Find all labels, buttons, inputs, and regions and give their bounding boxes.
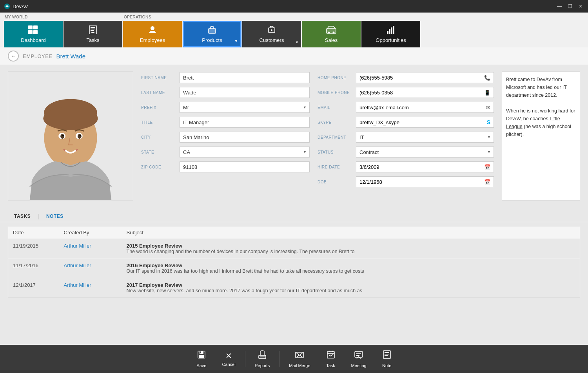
nav-tab-sales[interactable]: Sales xyxy=(302,21,361,47)
svg-rect-3 xyxy=(28,30,33,34)
col-created-by: Created By xyxy=(59,226,122,239)
prefix-row: PREFIX MrMsMrsDr ▼ xyxy=(141,101,310,114)
svg-rect-46 xyxy=(356,355,359,356)
email-icon: ✉ xyxy=(483,105,494,110)
dob-calendar-icon[interactable]: 📅 xyxy=(481,179,494,185)
note-action[interactable]: Note xyxy=(374,347,399,371)
tasks-label: Tasks xyxy=(86,37,99,43)
state-label: STATE xyxy=(141,150,176,154)
city-label: CITY xyxy=(141,135,176,139)
sales-label: Sales xyxy=(325,37,338,43)
svg-rect-9 xyxy=(91,32,94,33)
employees-icon xyxy=(148,25,157,36)
mail-merge-icon xyxy=(295,350,304,362)
reports-label: Reports xyxy=(255,363,270,368)
row3-author[interactable]: Arthur Miller xyxy=(59,278,122,298)
table-header-row: Date Created By Subject xyxy=(8,226,580,239)
svg-rect-2 xyxy=(33,25,38,29)
hire-date-label: HIRE DATE xyxy=(318,165,353,169)
reports-action[interactable]: Reports xyxy=(247,347,278,371)
employee-photo-svg xyxy=(8,71,133,201)
task-action[interactable]: Task xyxy=(318,347,343,371)
svg-rect-48 xyxy=(385,352,389,353)
svg-rect-19 xyxy=(391,27,392,34)
prefix-select[interactable]: MrMsMrsDr xyxy=(180,102,310,113)
row3-subject-preview: New website, new servers, and so much mo… xyxy=(127,288,575,293)
nav-tab-employees[interactable]: Employees xyxy=(123,21,182,47)
title-bar-left: DevAV xyxy=(4,3,28,9)
nav-tab-products[interactable]: Products ▼ xyxy=(183,21,241,47)
row1-author[interactable]: Arthur Miller xyxy=(59,239,122,259)
email-input[interactable] xyxy=(356,102,483,112)
status-select[interactable]: ContractFull-timePart-time xyxy=(356,147,494,158)
dob-input[interactable] xyxy=(356,177,481,187)
zip-input[interactable] xyxy=(180,161,310,172)
email-label: EMAIL xyxy=(318,105,353,110)
svg-point-33 xyxy=(80,135,81,136)
title-input[interactable] xyxy=(180,117,310,128)
svg-rect-18 xyxy=(389,29,390,34)
nav-bar: MY WORLD Dashboard Tasks OPERATIONS xyxy=(0,13,588,47)
row1-subject-preview: The world is changing and the number of … xyxy=(127,249,575,254)
nav-tab-opportunities[interactable]: Opportunities xyxy=(361,21,420,47)
row3-subject: 2017 Employee Review New website, new se… xyxy=(122,278,580,298)
footer-sep-1 xyxy=(245,351,245,367)
city-row: CITY xyxy=(141,131,310,143)
skype-input[interactable] xyxy=(356,117,484,127)
tab-notes[interactable]: NOTES xyxy=(40,211,70,222)
table-row: 11/17/2016 Arthur Miller 2016 Employee R… xyxy=(8,259,580,278)
svg-rect-11 xyxy=(209,29,216,33)
last-name-input[interactable] xyxy=(180,87,310,98)
my-world-label: MY WORLD xyxy=(4,15,122,19)
mobile-phone-input[interactable] xyxy=(356,87,481,98)
save-label: Save xyxy=(196,363,206,368)
city-input[interactable] xyxy=(180,132,310,143)
tasks-icon xyxy=(89,25,97,36)
notes-table: Date Created By Subject 11/19/2015 Arthu… xyxy=(8,226,580,298)
svg-rect-35 xyxy=(200,351,203,354)
row2-author[interactable]: Arthur Miller xyxy=(59,259,122,278)
back-button[interactable]: ← xyxy=(8,51,19,62)
state-select[interactable]: CANYTX xyxy=(180,147,310,158)
table-container: Date Created By Subject 11/19/2015 Arthu… xyxy=(0,222,588,329)
status-label: STATUS xyxy=(318,150,353,154)
hire-date-calendar-icon[interactable]: 📅 xyxy=(481,164,494,170)
skype-row: SKYPE S xyxy=(318,116,494,129)
operations-tabs: Employees Products ▼ Customers ▼ xyxy=(123,21,420,47)
status-select-wrap: ContractFull-timePart-time ▼ xyxy=(356,147,494,158)
skype-field: S xyxy=(356,117,494,128)
svg-point-30 xyxy=(60,134,64,139)
nav-tab-tasks[interactable]: Tasks xyxy=(64,21,122,47)
row3-date: 12/1/2017 xyxy=(8,278,59,298)
save-action[interactable]: Save xyxy=(189,347,214,371)
mail-merge-action[interactable]: Mail Merge xyxy=(281,347,318,371)
close-button[interactable]: ✕ xyxy=(577,4,584,9)
app-logo-icon xyxy=(4,3,10,9)
nav-tab-dashboard[interactable]: Dashboard xyxy=(4,21,63,47)
nav-tab-customers[interactable]: Customers ▼ xyxy=(242,21,301,47)
dashboard-icon xyxy=(28,25,38,36)
hire-date-input[interactable] xyxy=(356,162,481,172)
home-phone-input[interactable] xyxy=(356,72,481,83)
state-select-wrap: CANYTX ▼ xyxy=(180,147,310,158)
department-select[interactable]: ITHRFinanceMarketing xyxy=(356,132,494,143)
title-row: TITLE xyxy=(141,116,310,129)
first-name-input[interactable] xyxy=(180,72,310,83)
minimize-button[interactable]: — xyxy=(555,4,563,9)
meeting-action[interactable]: Meeting xyxy=(343,347,374,371)
svg-point-10 xyxy=(151,26,154,30)
mobile-phone-row: MOBILE PHONE 📱 xyxy=(318,86,494,99)
operations-label: OPERATIONS xyxy=(123,15,420,19)
svg-rect-1 xyxy=(28,25,33,29)
zip-label: ZIP CODE xyxy=(141,165,176,169)
home-phone-row: HOME PHONE 📞 xyxy=(318,71,494,84)
cancel-label: Cancel xyxy=(222,362,235,367)
cancel-action[interactable]: ✕ Cancel xyxy=(214,348,243,370)
products-arrow-icon: ▼ xyxy=(234,39,238,43)
tab-separator: | xyxy=(37,211,40,222)
employee-photo xyxy=(8,71,133,201)
email-row: EMAIL ✉ xyxy=(318,101,494,114)
tab-tasks[interactable]: TASKS xyxy=(8,211,37,222)
svg-rect-7 xyxy=(91,29,95,29)
restore-button[interactable]: ❐ xyxy=(566,4,574,9)
